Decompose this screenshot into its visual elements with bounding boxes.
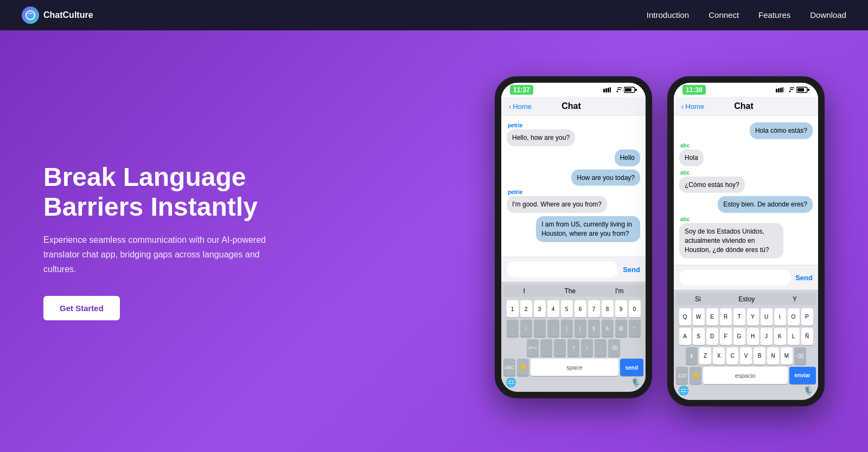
phone1-key-exclaim[interactable]: !	[581, 339, 593, 357]
phone2-key-g[interactable]: G	[733, 327, 745, 345]
phone2-key-x[interactable]: X	[713, 347, 725, 364]
phone2-row2: A S D F G H J K L Ñ	[676, 327, 816, 345]
phone2-suggest-2[interactable]: Y	[793, 295, 797, 302]
phone2-suggest-1[interactable]: Estoy	[738, 295, 755, 302]
phone1-key-1[interactable]: 1	[507, 300, 519, 318]
phone1-key-6[interactable]: 6	[575, 300, 586, 318]
phone2-key-y[interactable]: Y	[747, 308, 759, 325]
phone1-key-period[interactable]: .	[540, 339, 552, 357]
phone2-key-v[interactable]: V	[740, 347, 752, 364]
phone1-key-3[interactable]: 3	[534, 300, 546, 318]
phone1-key-amp[interactable]: &	[602, 320, 614, 337]
phone2-key-123[interactable]: 123	[676, 366, 688, 384]
phone1-key-slash[interactable]: /	[520, 320, 532, 337]
phone2-send-button[interactable]: Send	[795, 273, 813, 281]
brand: ChatCulture	[22, 7, 93, 24]
phone2-msg-5-sender: abc	[679, 216, 813, 222]
phone2-globe-icon[interactable]: 🌐	[678, 385, 689, 395]
phone1-key-apos[interactable]: '	[595, 339, 607, 357]
phone2-key-d[interactable]: D	[706, 327, 718, 345]
phone1-msg-1-sender: petrie	[507, 122, 640, 128]
hero-text: Break Language Barriers Instantly Experi…	[43, 162, 326, 321]
phone2-key-l[interactable]: L	[788, 327, 800, 345]
phone1-key-2[interactable]: 2	[520, 300, 532, 318]
phone1-suggest-1[interactable]: The	[565, 287, 576, 295]
phone2-key-i[interactable]: I	[774, 308, 786, 325]
phone1-key-colon[interactable]: :	[534, 320, 546, 337]
phone2-msg-3-bubble: ¿Cómo estás hoy?	[679, 176, 745, 193]
phone2-key-r[interactable]: R	[720, 308, 732, 325]
phone2-text-input[interactable]	[679, 269, 791, 285]
phone1-key-hash[interactable]: #+=	[527, 339, 539, 357]
phone1-key-rp[interactable]: )	[575, 320, 586, 337]
phone1-key-abc[interactable]: ABC	[503, 359, 515, 376]
phone1-suggest-2[interactable]: I'm	[615, 287, 624, 295]
phone2-key-w[interactable]: W	[693, 308, 705, 325]
phone1-num-row: 1 2 3 4 5 6 7 8 9 0	[503, 300, 643, 318]
nav-features[interactable]: Features	[758, 10, 790, 20]
phone2-key-q[interactable]: Q	[679, 308, 691, 325]
phone1-key-4[interactable]: 4	[547, 300, 559, 318]
get-started-button[interactable]: Get Started	[43, 296, 120, 320]
logo-icon	[22, 7, 39, 24]
svg-rect-6	[610, 87, 611, 93]
phone2-key-p[interactable]: P	[801, 308, 813, 325]
phone2-key-k[interactable]: K	[774, 327, 786, 345]
brand-name: ChatCulture	[43, 10, 93, 20]
phone2-key-f[interactable]: F	[720, 327, 732, 345]
phone1-key-del[interactable]: ⌫	[608, 339, 620, 357]
phone2-mic-icon[interactable]: 🎙️	[803, 385, 814, 395]
phone1-key-comma2[interactable]: ,	[554, 339, 566, 357]
nav-connect[interactable]: Connect	[709, 10, 739, 20]
phone2-key-o[interactable]: O	[788, 308, 800, 325]
phone2-key-j[interactable]: J	[761, 327, 773, 345]
phone1-globe-icon[interactable]: 🌐	[506, 377, 516, 388]
phone2-suggest-0[interactable]: Si	[695, 295, 701, 302]
phone2-key-b[interactable]: B	[754, 347, 765, 364]
phone1-key-9[interactable]: 9	[615, 300, 627, 318]
phone2-key-e[interactable]: E	[706, 308, 718, 325]
phone1-key-quote[interactable]: "	[629, 320, 641, 337]
phone2-key-m[interactable]: M	[781, 347, 793, 364]
phone1-key-send[interactable]: send	[620, 359, 643, 376]
phone2-key-u[interactable]: U	[761, 308, 773, 325]
phone2-key-t[interactable]: T	[733, 308, 745, 325]
phone2-key-del[interactable]: ⌫	[794, 347, 806, 364]
phone2-back-button[interactable]: ‹ Home	[681, 102, 704, 110]
phone1-back-button[interactable]: ‹ Home	[509, 102, 532, 110]
phone1-msg-2: Hello	[507, 150, 640, 166]
phone1-msg-4-sender: petrie	[507, 189, 640, 195]
phone1-key-5[interactable]: 5	[561, 300, 573, 318]
phone1-app-nav: ‹ Home Chat	[501, 97, 646, 116]
phone1-key-lp[interactable]: (	[561, 320, 573, 337]
phone2-key-z[interactable]: Z	[699, 347, 711, 364]
phone1-text-input[interactable]	[507, 262, 618, 277]
phone2-key-c[interactable]: C	[726, 347, 738, 364]
phone1-key-question[interactable]: ?	[567, 339, 579, 357]
phone2-key-n-tilde[interactable]: Ñ	[801, 327, 813, 345]
phone2-key-s[interactable]: S	[693, 327, 705, 345]
phone1-key-8[interactable]: 8	[602, 300, 614, 318]
phone1-key-space[interactable]: space	[531, 359, 618, 376]
phone1-key-semi[interactable]: ;	[547, 320, 559, 337]
phone1-key-dash[interactable]: -	[507, 320, 519, 337]
phone1-key-7[interactable]: 7	[588, 300, 600, 318]
phone1-key-dollar[interactable]: $	[588, 320, 600, 337]
phone2-msg-1: Hola cómo estás?	[679, 122, 813, 139]
phone2-key-h[interactable]: H	[747, 327, 759, 345]
phone2-key-space[interactable]: espacio	[703, 366, 788, 384]
phone1-suggest-0[interactable]: I	[523, 287, 525, 295]
phone2-key-n[interactable]: N	[767, 347, 779, 364]
nav-download[interactable]: Download	[810, 10, 846, 20]
phone1-key-at[interactable]: @	[615, 320, 627, 337]
phone1-msg-4-bubble: I'm good. Where are you from?	[507, 196, 607, 213]
phone1-key-emoji[interactable]: 🙂	[517, 359, 529, 376]
phone1-send-button[interactable]: Send	[623, 266, 640, 274]
nav-introduction[interactable]: Introduction	[647, 10, 689, 20]
phone1-key-0[interactable]: 0	[629, 300, 641, 318]
phone2-key-emoji[interactable]: 🙂	[690, 366, 701, 384]
phone2-key-shift[interactable]: ⬆	[686, 347, 698, 364]
phone2-key-a[interactable]: A	[679, 327, 691, 345]
phone2-key-enviar[interactable]: enviar	[789, 366, 816, 384]
phone1-mic-icon[interactable]: 🎙️	[630, 377, 641, 388]
